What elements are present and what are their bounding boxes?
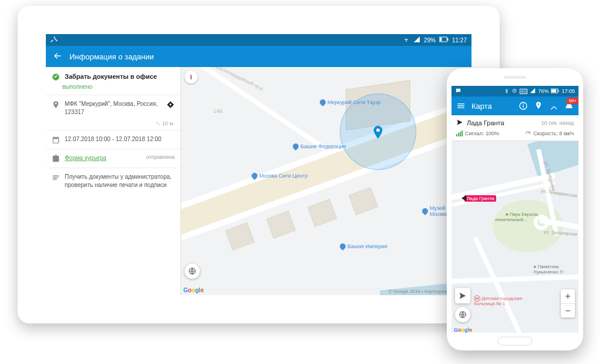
- task-time-row: 12.07.2018 10:00 - 12.07.2018 12:00: [46, 130, 180, 149]
- google-logo: Google: [454, 327, 472, 333]
- battery-text: 29%: [424, 37, 436, 44]
- task-form-link[interactable]: Форма курьера: [65, 154, 141, 162]
- svg-rect-9: [558, 89, 559, 92]
- vehicle-heading-icon: [459, 195, 466, 201]
- svg-rect-1: [440, 38, 442, 41]
- task-title-row: Забрать документы в офисе: [46, 67, 180, 84]
- menu-icon[interactable]: [456, 101, 466, 111]
- alarm-icon: [511, 88, 517, 95]
- task-status: выполнено: [46, 84, 180, 95]
- locate-button[interactable]: [455, 288, 470, 303]
- appbar-title: Информация о задании: [69, 52, 154, 61]
- tablet-statusbar: 29% 11:27: [46, 34, 471, 46]
- signal-label: Сигнал: 100%: [465, 131, 499, 136]
- battery-icon: [439, 36, 449, 44]
- info-icon[interactable]: [519, 101, 528, 111]
- phone-appbar: Карта 99+: [452, 96, 578, 115]
- poi-citycenter[interactable]: Москва Сити Центр: [252, 173, 307, 179]
- svg-point-12: [523, 103, 524, 105]
- route-icon[interactable]: [549, 101, 558, 111]
- poi-monument[interactable]: ● Памятник Лукьяненко П: [533, 265, 563, 275]
- poi-146: 146: [213, 108, 222, 114]
- poi-federation[interactable]: Башня Федерация: [293, 143, 346, 149]
- pin-icon: [52, 101, 60, 109]
- tools-icon: [51, 36, 58, 44]
- signal-icon: [413, 36, 420, 44]
- task-panel: Забрать документы в офисе выполнено МФК …: [46, 67, 181, 295]
- task-title: Забрать документы в офисе: [65, 73, 157, 80]
- tablet-screen: 29% 11:27 Информация о задании Забрать д…: [46, 34, 471, 295]
- vehicle-info[interactable]: Лада Гранта 10 сек. назад Сигнал: 100% С…: [452, 115, 578, 141]
- note-icon: [52, 173, 60, 182]
- task-address: МФК "Меркурий", Москва, Россия, 123317: [65, 100, 162, 116]
- speed-label: Скорость: 8 км/ч: [533, 131, 574, 136]
- svg-rect-2: [447, 38, 448, 41]
- phone-home-button[interactable]: [497, 336, 533, 346]
- task-form-status: отправлена: [146, 154, 175, 160]
- svg-rect-11: [523, 105, 523, 108]
- globe-button[interactable]: [185, 263, 200, 279]
- tablet-appbar: Информация о задании: [46, 46, 471, 67]
- directions-icon[interactable]: [166, 101, 175, 109]
- check-circle-icon: [52, 73, 60, 82]
- task-address-row[interactable]: МФК "Меркурий", Москва, Россия, 123317: [46, 95, 180, 121]
- phone-device: 4G 76% 17:05 Карта 99+: [447, 68, 583, 350]
- svg-rect-8: [551, 89, 556, 92]
- task-desc-row: Плучить документы у администратора, пров…: [46, 168, 180, 193]
- battery-text: 76%: [538, 88, 549, 94]
- task-distance: ⤡ 10 м.: [46, 121, 180, 130]
- poi-mercury[interactable]: Меркурий Сити Тауэр: [320, 99, 381, 105]
- statusbar-time: 17:05: [561, 88, 575, 94]
- compass-icon[interactable]: [185, 71, 198, 84]
- sms-icon: [455, 88, 461, 95]
- clipboard-icon: [52, 155, 60, 163]
- task-form-row[interactable]: Форма курьера отправлена: [46, 149, 180, 168]
- poi-empire[interactable]: Башня Империя: [340, 243, 387, 249]
- marker-icon[interactable]: [534, 101, 543, 111]
- phone-statusbar: 4G 76% 17:05: [452, 86, 578, 96]
- tablet-device: 29% 11:27 Информация о задании Забрать д…: [18, 6, 500, 323]
- poi-park[interactable]: ● Парк Европа, лекательный...: [495, 207, 539, 228]
- phone-map[interactable]: ул. Толбухина ул. Темирюкская ул. Заполя…: [452, 141, 578, 333]
- alerts-icon[interactable]: 99+: [564, 101, 574, 111]
- zoom-controls: + −: [561, 289, 575, 318]
- phone-screen: 4G 76% 17:05 Карта 99+: [452, 86, 578, 333]
- svg-point-4: [376, 128, 380, 132]
- signal-icon: [530, 88, 536, 95]
- vehicle-tag[interactable]: Лада Гранта: [464, 195, 496, 202]
- location-marker-icon: [373, 126, 383, 141]
- poi-hospital[interactable]: H Детская городская больница № 1: [474, 295, 522, 307]
- wifi-icon: [403, 36, 410, 44]
- alerts-badge: 99+: [567, 98, 578, 104]
- battery-icon: [551, 88, 559, 95]
- network-4g-icon: 4G: [520, 89, 527, 94]
- task-description: Плучить документы у администратора, пров…: [65, 173, 175, 189]
- arrow-icon: [456, 119, 463, 127]
- zoom-in-button[interactable]: +: [561, 289, 575, 303]
- vehicle-ago: 10 сек. назад: [541, 120, 574, 126]
- poi-museum[interactable]: Музей Москва: [422, 205, 448, 217]
- tablet-map[interactable]: 1-я Красногвардейский пр-д Меркурий Сити…: [181, 67, 471, 295]
- gauge-icon: [525, 129, 531, 137]
- calendar-icon: [52, 136, 60, 144]
- bt-icon: [504, 88, 509, 95]
- statusbar-time: 11:27: [452, 37, 467, 44]
- layers-button[interactable]: [455, 307, 470, 322]
- zoom-out-button[interactable]: −: [561, 303, 575, 318]
- task-time: 12.07.2018 10:00 - 12.07.2018 12:00: [65, 135, 175, 143]
- vehicle-name: Лада Гранта: [467, 119, 538, 126]
- google-logo: Google: [183, 287, 203, 293]
- appbar-title: Карта: [471, 102, 513, 111]
- back-icon[interactable]: [53, 51, 62, 62]
- phone-speaker: [504, 76, 526, 79]
- signal-bars-icon: [456, 131, 463, 136]
